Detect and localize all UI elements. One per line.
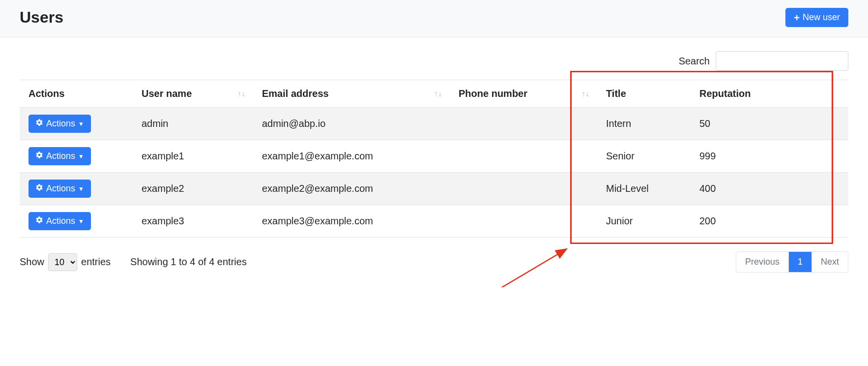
table-row: Actions▼example1example1@example.comSeni… [20,140,848,173]
cell-reputation: 200 [691,205,848,238]
cell-email: example3@example.com [253,205,450,238]
search-label: Search [679,56,710,67]
table-row: Actions▼example3example3@example.comJuni… [20,205,848,238]
col-reputation-label: Reputation [699,88,751,99]
page-1-button[interactable]: 1 [789,252,812,272]
table-info: Showing 1 to 4 of 4 entries [130,256,247,268]
next-button[interactable]: Next [812,252,848,272]
users-table: Actions User name ↑↓ Email address ↑↓ Ph… [20,80,848,238]
search-input[interactable] [716,51,848,71]
col-phone[interactable]: Phone number ↑↓ [450,80,597,108]
pagination: Previous 1 Next [736,251,848,273]
plus-icon: + [794,13,800,23]
col-username-label: User name [142,88,192,99]
gear-icon [35,216,43,226]
sort-icon: ↑↓ [581,90,589,98]
row-actions-button[interactable]: Actions▼ [29,212,91,230]
gear-icon [35,183,43,194]
cell-email: admin@abp.io [253,108,450,140]
col-email[interactable]: Email address ↑↓ [253,80,450,108]
cell-title: Intern [597,108,691,140]
entries-select-group: Show 10 entries [20,253,111,271]
cell-email: example1@example.com [253,140,450,173]
cell-reputation: 400 [691,173,848,205]
prev-button[interactable]: Previous [736,252,789,272]
col-email-label: Email address [262,88,329,99]
col-reputation: Reputation [691,80,848,108]
row-actions-label: Actions [46,151,75,161]
caret-down-icon: ▼ [78,153,84,160]
new-user-button[interactable]: + New user [785,8,848,27]
row-actions-button[interactable]: Actions▼ [29,180,91,198]
cell-reputation: 999 [691,140,848,173]
cell-username: admin [133,108,253,140]
table-footer: Show 10 entries Showing 1 to 4 of 4 entr… [0,251,868,287]
col-title-label: Title [606,88,626,99]
page-size-select[interactable]: 10 [48,253,77,271]
search-row: Search [20,51,848,71]
table-row: Actions▼adminadmin@abp.ioIntern50 [20,108,848,140]
col-actions-label: Actions [29,88,64,99]
col-actions: Actions [20,80,133,108]
cell-title: Senior [597,140,691,173]
col-username[interactable]: User name ↑↓ [133,80,253,108]
gear-icon [35,119,43,129]
row-actions-button[interactable]: Actions▼ [29,147,91,165]
show-label: Show [20,256,44,268]
caret-down-icon: ▼ [78,121,84,127]
sort-icon: ↑↓ [237,90,245,98]
row-actions-label: Actions [46,119,75,129]
cell-reputation: 50 [691,108,848,140]
cell-title: Mid-Level [597,173,691,205]
col-phone-label: Phone number [459,88,527,99]
cell-phone [450,205,597,238]
cell-phone [450,173,597,205]
caret-down-icon: ▼ [78,185,84,192]
cell-title: Junior [597,205,691,238]
row-actions-label: Actions [46,183,75,194]
content-area: Search Actions User name ↑↓ Email addres… [0,37,868,251]
col-title: Title [597,80,691,108]
page-title: Users [20,8,63,27]
gear-icon [35,151,43,161]
cell-username: example3 [133,205,253,238]
sort-icon: ↑↓ [434,90,442,98]
cell-email: example2@example.com [253,173,450,205]
cell-phone [450,140,597,173]
new-user-label: New user [803,12,840,23]
page-header: Users + New user [0,0,868,37]
cell-username: example1 [133,140,253,173]
row-actions-button[interactable]: Actions▼ [29,115,91,133]
cell-phone [450,108,597,140]
table-row: Actions▼example2example2@example.comMid-… [20,173,848,205]
entries-label: entries [81,256,111,268]
caret-down-icon: ▼ [78,218,84,225]
cell-username: example2 [133,173,253,205]
row-actions-label: Actions [46,216,75,226]
